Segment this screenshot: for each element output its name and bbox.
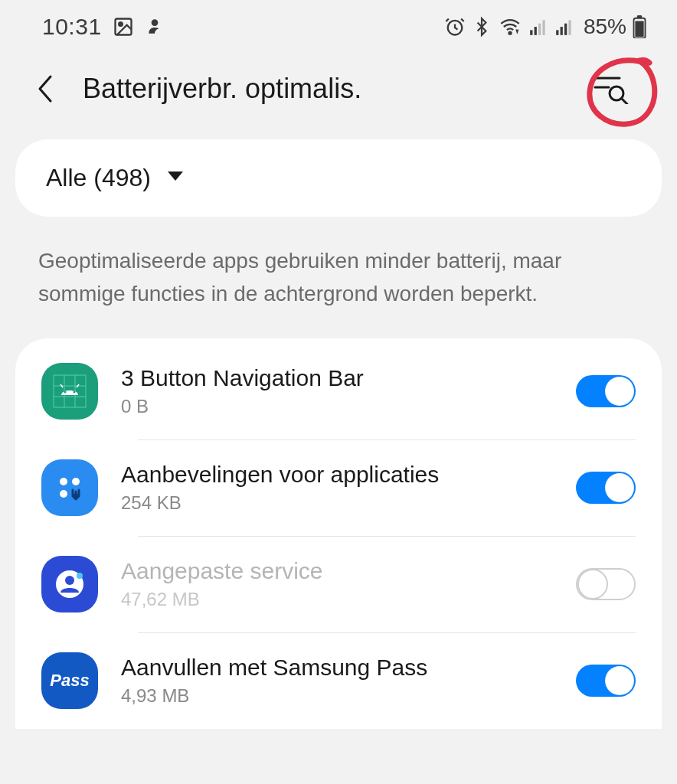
status-time: 10:31 xyxy=(42,14,102,40)
image-icon xyxy=(113,16,134,38)
svg-point-25 xyxy=(64,390,67,393)
svg-point-31 xyxy=(60,490,67,498)
signal-2-icon xyxy=(554,17,574,37)
filter-dropdown[interactable]: Alle (498) xyxy=(15,139,662,217)
app-name: Aangepaste service xyxy=(121,558,553,584)
app-icon-recommendations xyxy=(41,459,98,516)
app-row: Aangepaste service 47,62 MB xyxy=(15,536,662,632)
app-icon-samsung-pass: Pass xyxy=(41,652,98,709)
description-text: Geoptimaliseerde apps gebruiken minder b… xyxy=(0,217,677,338)
app-toggle[interactable] xyxy=(576,665,636,697)
svg-rect-8 xyxy=(542,20,545,35)
svg-rect-14 xyxy=(635,21,643,38)
battery-percent: 85% xyxy=(584,15,626,39)
svg-point-4 xyxy=(509,32,511,34)
app-icon-custom-service xyxy=(41,556,98,612)
svg-point-26 xyxy=(74,390,76,393)
person-status-icon xyxy=(145,17,165,37)
app-size: 47,62 MB xyxy=(121,589,553,610)
battery-icon xyxy=(633,15,646,38)
svg-point-33 xyxy=(65,576,74,585)
svg-rect-11 xyxy=(564,24,567,35)
wifi-icon xyxy=(498,16,522,38)
app-name: 3 Button Navigation Bar xyxy=(121,365,553,391)
app-row[interactable]: 3 Button Navigation Bar 0 B xyxy=(15,343,662,439)
alarm-icon xyxy=(444,16,466,38)
svg-point-2 xyxy=(151,19,158,26)
svg-point-1 xyxy=(119,22,123,26)
svg-rect-15 xyxy=(637,15,642,18)
app-toggle[interactable] xyxy=(576,375,636,407)
app-icon-android xyxy=(41,363,98,420)
search-filter-button[interactable] xyxy=(591,69,631,109)
app-row[interactable]: Aanbevelingen voor applicaties 254 KB xyxy=(15,439,662,536)
svg-rect-6 xyxy=(535,27,537,35)
svg-rect-12 xyxy=(568,20,571,35)
app-name: Aanvullen met Samsung Pass xyxy=(121,655,553,681)
svg-rect-5 xyxy=(530,30,532,35)
filter-label: Alle (498) xyxy=(46,164,151,192)
svg-rect-7 xyxy=(538,24,541,35)
svg-rect-9 xyxy=(556,30,558,35)
signal-1-icon xyxy=(528,17,548,37)
page-header: Batterijverbr. optimalis. xyxy=(0,47,677,139)
app-name: Aanbevelingen voor applicaties xyxy=(121,462,553,488)
app-row[interactable]: Pass Aanvullen met Samsung Pass 4,93 MB xyxy=(15,632,662,729)
svg-point-30 xyxy=(72,478,80,485)
page-title: Batterijverbr. optimalis. xyxy=(83,73,570,105)
app-toggle xyxy=(576,568,636,600)
back-button[interactable] xyxy=(31,74,61,104)
bluetooth-icon xyxy=(472,15,492,38)
app-size: 254 KB xyxy=(121,492,553,514)
app-toggle[interactable] xyxy=(576,472,636,504)
status-bar: 10:31 85% xyxy=(0,0,677,47)
apps-list: 3 Button Navigation Bar 0 B Aanbevelinge… xyxy=(15,338,662,729)
svg-rect-10 xyxy=(561,27,563,35)
app-size: 4,93 MB xyxy=(121,685,553,707)
chevron-down-icon xyxy=(166,170,185,187)
app-size: 0 B xyxy=(121,396,553,417)
svg-point-34 xyxy=(77,573,83,579)
svg-point-29 xyxy=(60,478,67,485)
svg-line-19 xyxy=(622,99,627,104)
